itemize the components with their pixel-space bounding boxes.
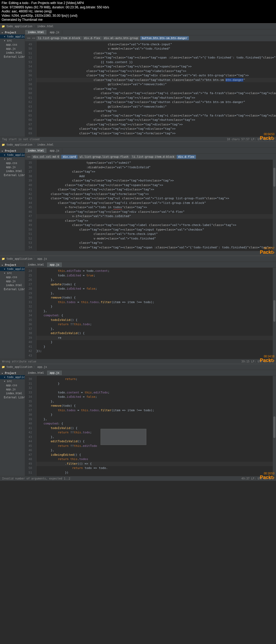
project-crumb[interactable]: 📁 todo_application [2, 143, 32, 146]
status-bar-2 [0, 251, 276, 256]
file-crumb[interactable]: index.html [37, 143, 53, 146]
sidebar-file-index[interactable]: index.html [0, 391, 25, 395]
tab-app-js[interactable]: app.js [47, 30, 62, 35]
fold-column[interactable] [34, 376, 36, 476]
bc-item[interactable]: div.card [61, 155, 77, 159]
project-crumb[interactable]: 📁 todo_application [2, 25, 32, 28]
sidebar-external-libs[interactable]: External Libraries [0, 173, 25, 177]
code-view-3[interactable]: 2425262728293031323334353637383940414243… [25, 268, 276, 359]
sidebar-external-libs[interactable]: External Libraries [0, 395, 25, 399]
sidebar-project-root[interactable]: ▸ Project [0, 371, 25, 375]
sidebar-file-appcss[interactable]: app.css [0, 275, 25, 279]
project-sidebar-3[interactable]: ▸ Project ▾ todo_application ▾ src app.c… [0, 262, 25, 359]
sidebar-file-appcss[interactable]: app.css [0, 383, 25, 387]
tab-app-js[interactable]: app.js [47, 262, 62, 267]
sidebar-file-appjs[interactable]: app.js [0, 47, 25, 51]
vertical-scrollbar[interactable] [273, 376, 276, 476]
main-toolbar-3: 📁 todo_application 〉 app.js [0, 256, 276, 262]
sidebar-folder-src[interactable]: ▾ src [0, 271, 25, 275]
tab-index-html[interactable]: index.html [25, 371, 47, 375]
sidebar-file-appjs[interactable]: app.js [0, 279, 25, 283]
code-view-1[interactable]: 4950515253545556575859606162636465666768… [25, 41, 276, 137]
status-message: Tag start is not closed [2, 138, 227, 141]
vertical-scrollbar[interactable] [273, 160, 276, 251]
bc-item[interactable]: li.list-group-item.d-block [130, 155, 176, 159]
editor-tabs-1: index.html app.js [25, 29, 276, 35]
project-sidebar[interactable]: ▸ Project ▾ todo_application ▾ src app.c… [0, 29, 25, 137]
packt-logo: Packt› [260, 358, 274, 363]
sidebar-file-appcss[interactable]: app.css [0, 161, 25, 165]
project-sidebar-2[interactable]: ▸ Project ▾ todo_application ▾ src app.c… [0, 148, 25, 251]
sidebar-project-name[interactable]: ▾ todo_application [0, 375, 25, 379]
tab-app-js[interactable]: app.js [47, 148, 62, 153]
editor-tabs-2: index.html app.js [25, 148, 276, 154]
editor-area-4: index.html app.js 3031323334353637383940… [25, 370, 276, 476]
vertical-scrollbar[interactable] [273, 268, 276, 359]
sidebar-file-index[interactable]: index.html [0, 283, 25, 287]
sidebar-project-root[interactable]: ▸ Project [0, 149, 25, 153]
sidebar-file-appjs[interactable]: app.js [0, 387, 25, 391]
line-gutter: 4950515253545556575859606162636465666768… [25, 41, 34, 137]
sidebar-project-root[interactable]: ▸ Project [0, 30, 25, 35]
bc-collapse-icon[interactable]: << [32, 36, 36, 40]
project-crumb[interactable]: 📁 todo_application [2, 257, 32, 260]
sidebar-folder-src[interactable]: ▾ src [0, 39, 25, 43]
bc-item[interactable]: ul.list-group.list-group-flush [78, 155, 130, 159]
code-lines[interactable]: class=class="val">"form-check-input" v-m… [36, 41, 276, 137]
line-gutter: 3536373839404142434445464748495051525354 [25, 160, 34, 251]
bc-collapse-icon[interactable]: << [27, 155, 31, 159]
bc-item[interactable]: div.d-flex [82, 36, 102, 40]
file-crumb[interactable]: app.js [37, 257, 47, 260]
tab-app-js[interactable]: app.js [47, 371, 62, 375]
file-crumb[interactable]: index.html [37, 25, 53, 28]
bc-item[interactable]: li.list-group-item.d-block [36, 36, 82, 40]
code-lines[interactable]: this.editTodo = todo.content; todo.isEdi… [36, 268, 273, 359]
code-view-4[interactable]: 3031323334353637383940414243444546474849… [25, 376, 276, 476]
project-crumb[interactable]: 📁 todo_application [2, 365, 32, 368]
code-view-2[interactable]: 3536373839404142434445464748495051525354… [25, 160, 276, 251]
fold-column[interactable] [34, 160, 36, 251]
bc-item[interactable]: div.col.col-md-6 [32, 155, 61, 159]
sidebar-file-appcss[interactable]: app.css [0, 43, 25, 47]
status-bar-4: Invalid number of arguments, expected 1.… [0, 476, 276, 481]
sidebar-external-libs[interactable]: External Libraries [0, 55, 25, 59]
bc-item-active[interactable]: div.d-flex [177, 155, 196, 159]
tab-index-html[interactable]: index.html [25, 30, 47, 35]
bc-expand-icon[interactable]: >> [27, 36, 31, 40]
editor-pane-2: 📁 todo_application 〉 index.html ▸ Projec… [0, 142, 276, 256]
completion-popup[interactable] [101, 429, 146, 445]
sidebar-external-libs[interactable]: External Libraries [0, 287, 25, 291]
code-breadcrumb-1: >> << li.list-group-item.d-block div.d-f… [25, 35, 276, 41]
meta-file: File: Editing a todo - Fun Projects with… [2, 1, 274, 5]
fold-column[interactable] [34, 41, 36, 137]
code-lines[interactable]: type=class="val">"submit" :disabled=clas… [36, 160, 273, 251]
line-gutter: 2425262728293031323334353637383940414243 [25, 268, 34, 359]
tab-index-html[interactable]: index.html [25, 262, 47, 267]
bc-item[interactable]: div.ml-auto.btn-group [102, 36, 140, 40]
sidebar-project-name[interactable]: ▾ todo_application [0, 153, 25, 157]
sidebar-project-root[interactable]: ▸ Project [0, 263, 25, 267]
status-bar-3: Wrong attribute value 39:15 LF: UTF-8: a… [0, 359, 276, 364]
bc-item-active[interactable]: button.btn.btn-sm.btn-danger [140, 36, 189, 40]
editor-pane-3: 📁 todo_application 〉 app.js ▸ Project ▾ … [0, 256, 276, 364]
sidebar-file-index[interactable]: index.html [0, 169, 25, 173]
tab-index-html[interactable]: index.html [25, 148, 47, 153]
sidebar-project-name[interactable]: ▾ todo_application [0, 267, 25, 271]
meta-audio: Audio: aac, 48000 Hz, stereo (eng) [2, 9, 274, 14]
code-breadcrumb-2: << div.col.col-md-6 div.card ul.list-gro… [25, 154, 276, 160]
project-sidebar-4[interactable]: ▸ Project ▾ todo_application ▾ src app.c… [0, 370, 25, 476]
sidebar-project-name[interactable]: ▾ todo_application [0, 35, 25, 39]
sidebar-folder-src[interactable]: ▾ src [0, 157, 25, 161]
line-gutter: 3031323334353637383940414243444546474849… [25, 376, 34, 476]
meta-video: Video: h264, yuv420p, 1920x1080, 30.00 f… [2, 14, 274, 18]
video-metadata: File: Editing a todo - Fun Projects with… [0, 0, 276, 23]
file-crumb[interactable]: app.js [37, 365, 47, 368]
fold-column[interactable] [34, 268, 36, 359]
main-toolbar-2: 📁 todo_application 〉 index.html [0, 142, 276, 148]
code-lines[interactable]: return; } todo.content = this.editTodo; … [36, 376, 273, 476]
editor-area-2: index.html app.js << div.col.col-md-6 di… [25, 148, 276, 251]
sidebar-file-index[interactable]: index.html [0, 51, 25, 55]
sidebar-folder-src[interactable]: ▾ src [0, 379, 25, 383]
main-toolbar-4: 📁 todo_application 〉 app.js [0, 364, 276, 370]
sidebar-file-appjs[interactable]: app.js [0, 165, 25, 169]
